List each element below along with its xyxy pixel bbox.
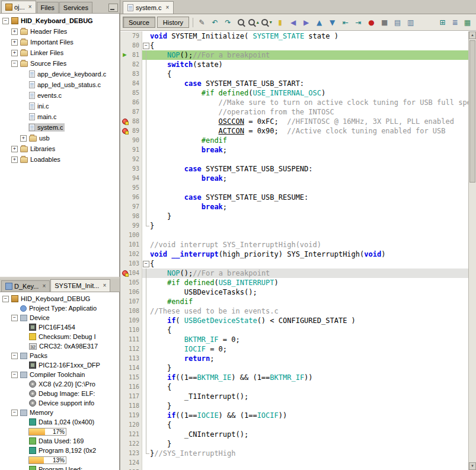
next-occurrence-icon[interactable]: ▼ (326, 17, 338, 28)
code-line[interactable]: 118 } (120, 401, 468, 411)
scrollbar-thumb[interactable] (469, 40, 475, 183)
code-line[interactable]: 104 NOP();//For a breakpoint (120, 268, 468, 278)
projects-tab-files[interactable]: Files (37, 2, 59, 13)
find-selection-icon[interactable] (235, 17, 247, 28)
gutter-cell[interactable]: 101 (120, 240, 142, 250)
gutter-cell[interactable]: 92 (120, 155, 142, 164)
pc-profiling-icon[interactable]: ⊞ (436, 17, 449, 28)
gutter-cell[interactable]: 124 (120, 458, 142, 468)
gutter-cell[interactable]: 83 (120, 69, 142, 79)
shift-left-icon[interactable]: ⇤ (339, 17, 352, 28)
code-line[interactable]: 102void __interrupt(high_priority) SYS_I… (120, 250, 468, 259)
close-icon[interactable]: × (165, 5, 169, 11)
minimize-window-icon[interactable] (108, 4, 118, 12)
collapse-handle-icon[interactable]: − (2, 296, 9, 302)
code-line[interactable]: 101//void interrupt SYS_InterruptHigh(vo… (120, 240, 468, 250)
gutter-cell[interactable]: 119 (120, 411, 142, 420)
code-line[interactable]: 117 _T1Interrupt(); (120, 392, 468, 401)
gutter-cell[interactable]: 102 (120, 250, 142, 259)
code-line[interactable]: 100 (120, 231, 468, 240)
close-icon[interactable]: × (103, 283, 106, 289)
gutter-cell[interactable]: 87 (120, 107, 142, 117)
dashboard-tree[interactable]: −HID_Keyboard_DEBUGProject Type: Applica… (0, 292, 120, 470)
fold-collapse-icon[interactable]: − (143, 261, 149, 267)
code-editor[interactable]: 79void SYSTEM_Initialize( SYSTEM_STATE s… (120, 31, 468, 470)
gutter-cell[interactable]: 85 (120, 88, 142, 98)
find-next-icon[interactable]: ▼ (261, 17, 273, 28)
gutter-cell[interactable]: 115 (120, 373, 142, 382)
projects-item-app-device-keyboard-c[interactable]: app_device_keyboard.c (0, 69, 119, 79)
back-icon[interactable]: ↶ (209, 17, 221, 28)
next-bookmark-icon[interactable]: ▶ (300, 17, 312, 28)
code-line[interactable]: 92 (120, 155, 468, 164)
last-edited-icon[interactable]: ✎ (196, 17, 208, 28)
code-line[interactable]: 109 if( USBGetDeviceState() < CONFIGURED… (120, 316, 468, 325)
gutter-cell[interactable]: 112 (120, 344, 142, 354)
gutter-cell[interactable]: 100 (120, 231, 142, 240)
toggle-highlight-icon[interactable]: ▮ (274, 17, 286, 28)
projects-item-app-led-usb-status-c[interactable]: app_led_usb_status.c (0, 79, 119, 90)
code-line[interactable]: 115 if((1==BKTMR_IE) && (1==BKTMR_IF)) (120, 373, 468, 382)
expand-handle-icon[interactable]: + (11, 50, 18, 56)
gutter-cell[interactable]: 99 (120, 221, 142, 231)
gutter-cell[interactable]: 113 (120, 354, 142, 363)
collapse-handle-icon[interactable]: − (11, 410, 18, 416)
projects-item-hid-keyboard-debug[interactable]: −HID_Keyboard_DEBUG (0, 15, 119, 26)
gutter-cell[interactable]: 114 (120, 363, 142, 373)
expand-handle-icon[interactable]: + (20, 135, 27, 142)
projects-item-ini-c[interactable]: ini.c (0, 101, 119, 111)
previous-occurrence-icon[interactable]: ▲ (313, 17, 325, 28)
gutter-cell[interactable]: 111 (120, 335, 142, 344)
code-line[interactable]: 105 #if defined(USB_INTERRUPT) (120, 278, 468, 287)
code-line[interactable]: 89 ACTCON = 0x90; //Active clock tuning … (120, 126, 468, 136)
dashboard-tab-system-init[interactable]: SYSTEM_Init...× (50, 279, 110, 292)
collapse-handle-icon[interactable]: − (11, 315, 18, 321)
gutter-cell[interactable]: 79 (120, 31, 142, 41)
dashboard-tab-d-key[interactable]: D_Key...× (1, 280, 50, 292)
gutter-cell[interactable]: 88 (120, 117, 142, 126)
fold-collapse-icon[interactable]: − (143, 43, 149, 49)
code-line[interactable]: 90 #endif (120, 136, 468, 145)
dashboard-item-checksum-debug-i[interactable]: Checksum: Debug I (0, 332, 119, 341)
editor-scrollbar[interactable]: ▲ ▼ (468, 31, 476, 470)
projects-item-main-c[interactable]: main.c (0, 111, 119, 122)
projects-item-important-files[interactable]: +Important Files (0, 37, 119, 47)
dashboard-item-xc8-v2-20-c-pro[interactable]: XC8 (v2.20) [C:\Pro (0, 379, 119, 389)
dashboard-item-hid-keyboard-debug[interactable]: −HID_Keyboard_DEBUG (0, 294, 119, 303)
code-line[interactable]: 116 { (120, 382, 468, 392)
gutter-cell[interactable]: 89 (120, 126, 142, 136)
close-icon[interactable]: × (42, 283, 46, 289)
expand-handle-icon[interactable]: + (11, 28, 18, 35)
code-line[interactable]: 87 //operation from the INTOSC (120, 107, 468, 117)
projects-tab-services[interactable]: Services (59, 2, 92, 13)
code-line[interactable]: 97 break; (120, 202, 468, 212)
code-line[interactable]: 103−{ (120, 259, 468, 268)
expand-handle-icon[interactable]: + (11, 39, 18, 46)
editor-tab-system-c[interactable]: system.c × (123, 1, 174, 14)
source-view-button[interactable]: Source (123, 17, 155, 28)
code-line[interactable]: 108//These used to be in events.c (120, 306, 468, 316)
memory-gauge-icon[interactable]: ≣ (449, 17, 461, 28)
code-line[interactable]: 93 case SYSTEM_STATE_USB_SUSPEND: (120, 164, 468, 174)
dashboard-item-program-used[interactable]: Program Used: (0, 465, 119, 470)
dashboard-item-data-used-169[interactable]: Data Used: 169 (0, 436, 119, 446)
gutter-cell[interactable]: 123 (120, 449, 142, 458)
code-line[interactable]: 123}//SYS_InterruptHigh (120, 449, 468, 458)
stop-macro-icon[interactable]: ■ (378, 17, 391, 28)
code-line[interactable]: 106 USBDeviceTasks(); (120, 287, 468, 297)
dashboard-item-debug-image-elf[interactable]: Debug Image: ELF: (0, 389, 119, 398)
projects-item-loadables[interactable]: +Loadables (0, 154, 119, 165)
expand-handle-icon[interactable]: + (11, 146, 18, 152)
code-line[interactable]: 80−{ (120, 41, 468, 50)
dashboard-item-packs[interactable]: −Packs (0, 351, 119, 360)
code-line[interactable]: 79void SYSTEM_Initialize( SYSTEM_STATE s… (120, 31, 468, 41)
code-line[interactable]: 119 if((1==IOCIE) && (1==IOCIF)) (120, 411, 468, 420)
gutter-cell[interactable]: 84 (120, 79, 142, 88)
code-line[interactable]: 95 (120, 183, 468, 193)
projects-item-events-c[interactable]: events.c (0, 90, 119, 101)
gutter-cell[interactable]: 116 (120, 382, 142, 392)
gutter-cell[interactable]: 118 (120, 401, 142, 411)
dashboard-item-crc32-0xa98e317[interactable]: 32CRC32: 0xA98E317 (0, 341, 119, 351)
previous-bookmark-icon[interactable]: ◀ (287, 17, 299, 28)
code-line[interactable]: 88 OSCCON = 0xFC; //HFINTOSC @ 16MHz, 3X… (120, 117, 468, 126)
